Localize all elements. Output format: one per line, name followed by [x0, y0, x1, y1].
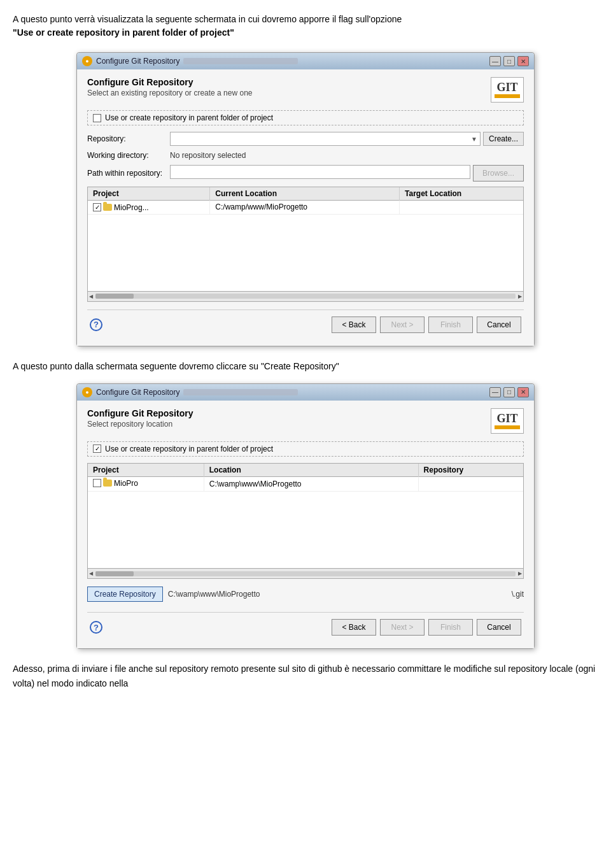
dialog2-header: Configure Git Repository Select reposito… [87, 408, 524, 434]
row2-project: MioPro [88, 476, 204, 492]
row2-project-name: MioPro [114, 479, 138, 488]
back-button-2[interactable]: < Back [332, 619, 376, 636]
checkbox-box2[interactable] [93, 445, 101, 453]
repository-input-group: ▼ Create... [170, 132, 524, 146]
create-repository-button[interactable]: Create Repository [87, 587, 163, 602]
dialog2-controls: — □ ✕ [489, 387, 529, 397]
git-logo-text-2: GIT [496, 413, 517, 424]
help-button[interactable]: ? [90, 318, 102, 331]
path-label: Path within repository: [87, 169, 170, 178]
path-row: Path within repository: Browse... [87, 165, 524, 181]
working-dir-value: No repository selected [170, 150, 524, 161]
row2-icon: MioPro [93, 479, 138, 488]
table-header-row: Project Current Location Target Location [88, 187, 523, 201]
folder-icon-2 [103, 480, 112, 487]
dialog2-title: Configure Git Repository [96, 388, 179, 397]
scroll-track [95, 294, 516, 299]
path-input[interactable] [170, 165, 470, 179]
close-button-2[interactable]: ✕ [517, 387, 529, 397]
row-current-location: C:/wamp/www/MioProgetto [210, 201, 400, 215]
dialog1-footer: ? < Back Next > Finish Cancel [87, 309, 524, 336]
dialog2-subtitle: Select repository location [87, 420, 193, 429]
row-target-location [400, 201, 523, 215]
dropdown-arrow-icon: ▼ [471, 136, 477, 143]
cancel-button-1[interactable]: Cancel [477, 317, 521, 333]
titlebar2-left: ● Configure Git Repository [82, 387, 298, 397]
table-hscroll[interactable]: ◀ ▶ [88, 291, 523, 301]
dialog1-controls: — □ ✕ [489, 56, 529, 66]
checkbox-use-parent-folder1[interactable]: Use or create repository in parent folde… [87, 110, 524, 125]
row2-repository [418, 476, 523, 492]
create-button[interactable]: Create... [483, 132, 524, 146]
working-dir-row: Working directory: No repository selecte… [87, 150, 524, 161]
dialog2-main-title: Configure Git Repository [87, 408, 193, 418]
cancel-button-2[interactable]: Cancel [477, 619, 521, 636]
scroll-thumb [95, 294, 134, 299]
finish-button-2[interactable]: Finish [428, 619, 473, 636]
row2-checkbox[interactable] [93, 479, 101, 487]
create-repo-suffix: \.git [512, 590, 524, 599]
checkbox-box1[interactable] [93, 114, 101, 122]
dialog2-table-container: Project Location Repository [87, 463, 524, 580]
minimize-button-2[interactable]: — [489, 387, 501, 397]
intro-text1: A questo punto verrà visualizzata la seg… [13, 14, 402, 24]
scroll2-track [95, 571, 516, 576]
dialog1-subtitle: Select an existing repository or create … [87, 89, 252, 97]
maximize-button[interactable]: □ [503, 56, 515, 66]
dialog1: ● Configure Git Repository — □ ✕ Configu… [76, 52, 535, 346]
intro-text2: "Use or create repository in parent fold… [13, 27, 234, 38]
create-repo-path: C:\wamp\www\MioProgetto [168, 590, 507, 599]
titlebar-left: ● Configure Git Repository [82, 56, 298, 66]
dialog1-main-title: Configure Git Repository [87, 77, 252, 87]
checkbox-label1: Use or create repository in parent folde… [105, 113, 273, 122]
dialog2: ● Configure Git Repository — □ ✕ Configu… [76, 383, 535, 650]
minimize-button[interactable]: — [489, 56, 501, 66]
scroll2-thumb [95, 571, 134, 576]
footer-left: ? [90, 318, 102, 331]
maximize-button-2[interactable]: □ [503, 387, 515, 397]
scroll-right-arrow[interactable]: ▶ [518, 294, 522, 299]
git-logo: GIT [491, 77, 524, 103]
next-button-2[interactable]: Next > [380, 619, 425, 636]
dialog2-body: Configure Git Repository Select reposito… [77, 401, 534, 649]
dialog1-titlebar: ● Configure Git Repository — □ ✕ [77, 53, 534, 69]
dialog2-icon: ● [82, 387, 92, 397]
table-row: ✓ MioProg... C:/wamp/www/MioProgetto [88, 201, 523, 215]
row-project: ✓ MioProg... [88, 201, 210, 215]
table2-header-row: Project Location Repository [88, 464, 523, 477]
table2-hscroll[interactable]: ◀ ▶ [88, 568, 523, 578]
dialog2-table: Project Location Repository [88, 464, 523, 492]
help-button-2[interactable]: ? [90, 621, 102, 634]
row-icon: ✓ MioProg... [93, 203, 149, 212]
browse-button[interactable]: Browse... [473, 165, 524, 181]
title-blur2 [183, 389, 298, 395]
row-checkbox[interactable]: ✓ [93, 203, 101, 211]
title-blur [183, 58, 298, 64]
row2-location: C:\wamp\www\MioProgetto [204, 476, 418, 492]
scroll-left-arrow[interactable]: ◀ [89, 294, 93, 299]
working-dir-label: Working directory: [87, 151, 170, 160]
repository-row: Repository: ▼ Create... [87, 132, 524, 146]
finish-button-1[interactable]: Finish [428, 317, 473, 333]
checkbox-use-parent-folder2[interactable]: Use or create repository in parent folde… [87, 441, 524, 457]
dialog2-footer: ? < Back Next > Finish Cancel [87, 612, 524, 638]
dialog2-titlebar: ● Configure Git Repository — □ ✕ [77, 384, 534, 401]
dialog1-header: Configure Git Repository Select an exist… [87, 77, 524, 103]
back-button-1[interactable]: < Back [332, 317, 376, 333]
dialog2-header-text: Configure Git Repository Select reposito… [87, 408, 193, 429]
scroll2-right-arrow[interactable]: ▶ [518, 571, 522, 576]
scroll2-left-arrow[interactable]: ◀ [89, 571, 93, 576]
next-button-1[interactable]: Next > [380, 317, 425, 333]
col-current-location: Current Location [210, 187, 400, 201]
git-logo-2: GIT [491, 408, 524, 434]
col-target-location: Target Location [400, 187, 523, 201]
section-text: A questo punto dalla schermata seguente … [13, 359, 598, 373]
table-scroll-area [88, 215, 523, 291]
dialog1-body: Configure Git Repository Select an exist… [77, 69, 534, 346]
close-button[interactable]: ✕ [517, 56, 529, 66]
footer2-left: ? [90, 621, 102, 634]
col-project: Project [88, 187, 210, 201]
repository-dropdown[interactable]: ▼ [170, 132, 481, 146]
col2-project: Project [88, 464, 204, 477]
bottom-paragraph: Adesso, prima di inviare i file anche su… [13, 662, 598, 690]
